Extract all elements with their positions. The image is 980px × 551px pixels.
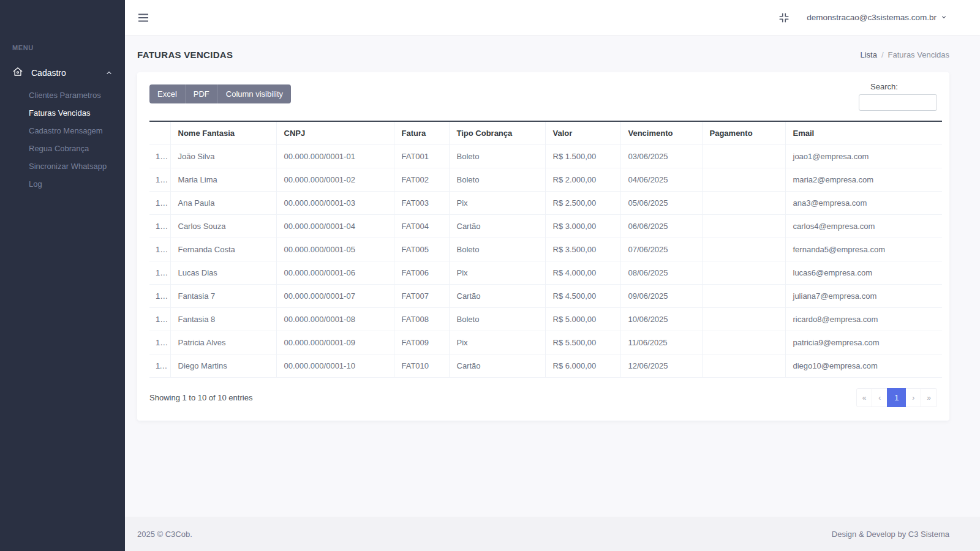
table-row: 106Lucas Dias00.000.000/0001-06FAT006Pix… xyxy=(149,261,942,285)
topbar: demonstracao@c3sistemas.com.br xyxy=(125,0,980,35)
breadcrumb: Lista / Faturas Vencidas xyxy=(860,50,949,59)
column-header[interactable]: CNPJ xyxy=(276,121,394,145)
table-cell: 104 xyxy=(149,215,170,238)
table-cell: 00.000.000/0001-07 xyxy=(276,285,394,308)
table-cell: R$ 2.000,00 xyxy=(545,168,620,192)
table-cell: lucas6@empresa.com xyxy=(785,261,942,285)
page-title: FATURAS VENCIDAS xyxy=(137,50,233,60)
table-cell: R$ 5.000,00 xyxy=(545,308,620,331)
table-cell: FAT010 xyxy=(394,354,449,378)
table-cell: R$ 4.500,00 xyxy=(545,285,620,308)
table-cell: Cartão xyxy=(449,354,545,378)
search-box: Search: xyxy=(859,82,937,111)
table-cell xyxy=(702,285,785,308)
table-cell: 00.000.000/0001-05 xyxy=(276,238,394,261)
table-cell: Boleto xyxy=(449,238,545,261)
table-cell xyxy=(702,331,785,354)
column-header[interactable]: Pagamento xyxy=(702,121,785,145)
column-header[interactable]: Fatura xyxy=(394,121,449,145)
table-cell: Pix xyxy=(449,331,545,354)
table-row: 108Fantasia 800.000.000/0001-08FAT008Bol… xyxy=(149,308,942,331)
table-cell: 00.000.000/0001-09 xyxy=(276,331,394,354)
table-cell: Cartão xyxy=(449,285,545,308)
column-header[interactable]: Valor xyxy=(545,121,620,145)
pagination-page-1-button[interactable]: 1 xyxy=(887,388,906,407)
table-cell: maria2@empresa.com xyxy=(785,168,942,192)
chevron-down-icon xyxy=(941,13,947,22)
table-cell: 108 xyxy=(149,308,170,331)
table-cell: FAT007 xyxy=(394,285,449,308)
table-cell: juliana7@empresa.com xyxy=(785,285,942,308)
table-cell: 109 xyxy=(149,331,170,354)
table-cell: Diego Martins xyxy=(170,354,276,378)
user-menu-button[interactable]: demonstracao@c3sistemas.com.br xyxy=(803,12,951,23)
sidebar: MENU Cadastro Clientes ParametrosFaturas… xyxy=(0,0,125,551)
hamburger-icon[interactable] xyxy=(134,9,153,26)
table-cell: João Silva xyxy=(170,145,276,168)
table-cell: 00.000.000/0001-02 xyxy=(276,168,394,192)
table-cell: 105 xyxy=(149,238,170,261)
page-footer: 2025 © C3Cob. Design & Develop by C3 Sis… xyxy=(125,517,980,551)
table-cell xyxy=(702,145,785,168)
table-cell: 12/06/2025 xyxy=(620,354,702,378)
table-row: 101João Silva00.000.000/0001-01FAT001Bol… xyxy=(149,145,942,168)
sidebar-item-regua-cobranca[interactable]: Regua Cobrança xyxy=(0,140,125,157)
table-cell: 03/06/2025 xyxy=(620,145,702,168)
sidebar-item-log[interactable]: Log xyxy=(0,175,125,193)
table-cell: fernanda5@empresa.com xyxy=(785,238,942,261)
table-cell: 110 xyxy=(149,354,170,378)
pagination-previous-button[interactable]: ‹ xyxy=(872,388,888,407)
table-cell: 06/06/2025 xyxy=(620,215,702,238)
table-cell: 00.000.000/0001-01 xyxy=(276,145,394,168)
table-cell: Ana Paula xyxy=(170,192,276,215)
chevron-up-icon xyxy=(105,69,113,77)
breadcrumb-lista[interactable]: Lista xyxy=(860,50,876,59)
footer-credit: Design & Develop by C3 Sistema xyxy=(832,530,949,539)
sidebar-item-sincronizar-whatsapp[interactable]: Sincronizar Whatsapp xyxy=(0,157,125,175)
app-layout: MENU Cadastro Clientes ParametrosFaturas… xyxy=(0,0,980,551)
table-cell: Boleto xyxy=(449,168,545,192)
column-visibility-button[interactable]: Column visibility xyxy=(218,84,291,103)
card-toolbar: ExcelPDFColumn visibility Search: xyxy=(149,82,937,111)
column-header[interactable]: Nome Fantasia xyxy=(170,121,276,145)
table-cell xyxy=(702,238,785,261)
excel-button[interactable]: Excel xyxy=(149,84,186,103)
sidebar-item-cadastro[interactable]: Cadastro xyxy=(0,60,125,85)
table-row: 107Fantasia 700.000.000/0001-07FAT007Car… xyxy=(149,285,942,308)
table-cell: R$ 5.500,00 xyxy=(545,331,620,354)
table-row: 105Fernanda Costa00.000.000/0001-05FAT00… xyxy=(149,238,942,261)
table-row: 102Maria Lima00.000.000/0001-02FAT002Bol… xyxy=(149,168,942,192)
table-cell: R$ 3.000,00 xyxy=(545,215,620,238)
sidebar-item-faturas-vencidas[interactable]: Faturas Vencidas xyxy=(0,104,125,122)
column-header[interactable]: Vencimento xyxy=(620,121,702,145)
table-cell: FAT005 xyxy=(394,238,449,261)
column-header[interactable]: Tipo Cobrança xyxy=(449,121,545,145)
table-cell: ricardo8@empresa.com xyxy=(785,308,942,331)
table-cell: R$ 6.000,00 xyxy=(545,354,620,378)
table-cell xyxy=(702,215,785,238)
table-cell: FAT008 xyxy=(394,308,449,331)
table-row: 104Carlos Souza00.000.000/0001-04FAT004C… xyxy=(149,215,942,238)
sidebar-item-clientes-parametros[interactable]: Clientes Parametros xyxy=(0,86,125,104)
search-input[interactable] xyxy=(859,94,937,111)
pdf-button[interactable]: PDF xyxy=(186,84,218,103)
compress-icon[interactable] xyxy=(775,9,793,27)
column-header[interactable] xyxy=(149,121,170,145)
sidebar-item-cadastro-mensagem[interactable]: Cadastro Mensagem xyxy=(0,122,125,140)
table-info: Showing 1 to 10 of 10 entries xyxy=(149,393,252,402)
table-header-row: Nome FantasiaCNPJFaturaTipo CobrançaValo… xyxy=(149,121,942,145)
table-cell: 05/06/2025 xyxy=(620,192,702,215)
pagination-first-button[interactable]: « xyxy=(856,388,873,407)
table-cell xyxy=(702,168,785,192)
table-cell: diego10@empresa.com xyxy=(785,354,942,378)
column-header[interactable]: Email xyxy=(785,121,942,145)
table-cell: FAT003 xyxy=(394,192,449,215)
page-content: ExcelPDFColumn visibility Search: Nome F… xyxy=(125,72,980,517)
table-cell: Boleto xyxy=(449,308,545,331)
table-cell: 106 xyxy=(149,261,170,285)
pagination-last-button[interactable]: » xyxy=(921,388,937,407)
table-row: 103Ana Paula00.000.000/0001-03FAT003PixR… xyxy=(149,192,942,215)
user-email: demonstracao@c3sistemas.com.br xyxy=(807,13,937,22)
table-row: 110Diego Martins00.000.000/0001-10FAT010… xyxy=(149,354,942,378)
pagination-next-button[interactable]: › xyxy=(905,388,921,407)
